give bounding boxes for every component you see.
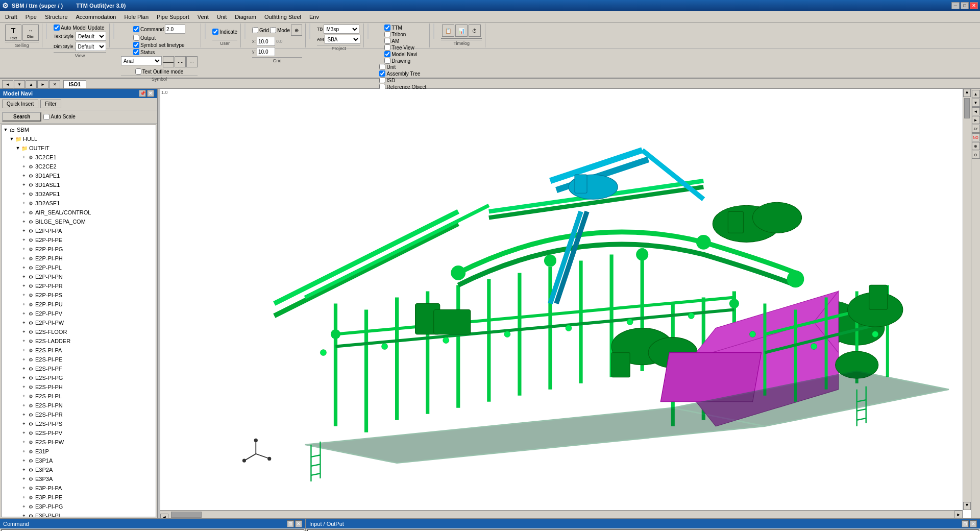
vp-up-btn[interactable]: ▲ xyxy=(26,80,37,88)
mini-btn-4[interactable]: ► xyxy=(972,116,980,124)
grid-mode-btn[interactable]: ⊕ xyxy=(291,25,302,36)
viewport[interactable]: 1.0 xyxy=(160,89,971,518)
dim-tool-button[interactable]: ↔ Dim xyxy=(22,25,39,41)
vp-right-btn[interactable]: ► xyxy=(37,80,48,88)
tree-item-e2p_pi_pe[interactable]: + ⚙ E2P-PI-PE xyxy=(2,235,156,245)
line-style-btn3[interactable]: ··· xyxy=(186,56,198,67)
y-input[interactable] xyxy=(257,47,275,56)
tree-item-e2s_pi_pw[interactable]: + ⚙ E2S-PI-PW xyxy=(2,438,156,447)
command-resize-btn[interactable]: ⊞ xyxy=(287,520,294,527)
tree-toggle-e2p_pi_pe[interactable]: + xyxy=(21,237,27,243)
output-checkbox[interactable]: Output xyxy=(133,35,185,41)
tree-toggle-e2s_pi_pa[interactable]: + xyxy=(21,347,27,353)
tree-toggle-e2s_pi_pe[interactable]: + xyxy=(21,356,27,363)
tree-item-e2s_pi_pe[interactable]: + ⚙ E2S-PI-PE xyxy=(2,355,156,364)
ttm-checkbox[interactable]: TTM xyxy=(384,25,417,31)
tribon-checkbox[interactable]: Tribon xyxy=(384,31,417,37)
tree-toggle-e2p_pi_pg[interactable]: + xyxy=(21,246,27,252)
menu-outfitting-steel[interactable]: Outfitting Steel xyxy=(260,13,305,21)
panel-pin-btn[interactable]: 📌 xyxy=(139,90,146,97)
tree-item-3c2ce2[interactable]: + ⚙ 3C2CE2 xyxy=(2,162,156,171)
tree-item-e2p_pi_pl[interactable]: + ⚙ E2P-PI-PL xyxy=(2,263,156,272)
tree-item-e2s_pi_pl[interactable]: + ⚙ E2S-PI-PL xyxy=(2,392,156,401)
command-input[interactable] xyxy=(165,25,185,34)
tree-item-e2s_ladder[interactable]: + ⚙ E2S-LADDER xyxy=(2,336,156,346)
tree-item-sbm[interactable]: ▼ 🗂 SBM xyxy=(2,125,156,134)
filter-button[interactable]: Filter xyxy=(40,100,61,108)
tree-item-e2p_pi_pr[interactable]: + ⚙ E2P-PI-PR xyxy=(2,281,156,291)
tree-toggle-e2s_pi_pv[interactable]: + xyxy=(21,430,27,436)
tree-item-e3p_pl_pg[interactable]: + ⚙ E3P-PI-PG xyxy=(2,502,156,511)
indicate-checkbox[interactable]: Indicate xyxy=(212,29,237,35)
tree-item-hull[interactable]: ▼ 📁 HULL xyxy=(2,134,156,143)
timelog-input[interactable] xyxy=(441,38,482,39)
tree-item-e2p_pi_pg[interactable]: + ⚙ E2P-PI-PG xyxy=(2,245,156,254)
menu-diagram[interactable]: Diagram xyxy=(231,13,260,21)
tree-item-air_seal[interactable]: + ⚙ AIR_SEAL/CONTROL xyxy=(2,208,156,217)
tree-toggle-outfit[interactable]: ▼ xyxy=(15,145,21,151)
tree-toggle-e3p_pl_pl[interactable]: + xyxy=(21,513,27,517)
tree-item-3c2ce1[interactable]: + ⚙ 3C2CE1 xyxy=(2,153,156,162)
dim-style-select[interactable]: Default xyxy=(76,42,106,51)
tree-item-e31p[interactable]: + ⚙ E31P xyxy=(2,447,156,456)
menu-pipe[interactable]: Pipe xyxy=(21,13,41,21)
tree-toggle-e2s_pi_ph[interactable]: + xyxy=(21,384,27,390)
am-select[interactable]: SBA xyxy=(325,35,360,44)
tree-toggle-3c2ce2[interactable]: + xyxy=(21,163,27,170)
io-resize-btn[interactable]: ⊞ xyxy=(962,520,969,527)
tree-item-e2s_pi_pr[interactable]: + ⚙ E2S-PI-PR xyxy=(2,410,156,419)
tree-item-e2p_pi_pn[interactable]: + ⚙ E2P-PI-PN xyxy=(2,272,156,281)
tree-toggle-e2p_pi_pl[interactable]: + xyxy=(21,264,27,271)
tree-toggle-e2s_pi_pr[interactable]: + xyxy=(21,412,27,418)
timelog-btn1[interactable]: 📋 xyxy=(442,25,454,37)
scroll-thumb-h[interactable] xyxy=(171,512,202,518)
font-select[interactable]: Arial xyxy=(121,56,162,65)
close-button[interactable]: ✕ xyxy=(970,2,978,9)
menu-accommodation[interactable]: Accommodation xyxy=(72,13,120,21)
menu-env[interactable]: Env xyxy=(305,13,323,21)
tree-toggle-e3p1a[interactable]: + xyxy=(21,457,27,464)
tree-toggle-e2p_pi_ph[interactable]: + xyxy=(21,255,27,261)
tree-toggle-e2s_floor[interactable]: + xyxy=(21,329,27,335)
tree-item-e3p1a[interactable]: + ⚙ E3P1A xyxy=(2,456,156,465)
tree-toggle-e2p_pi_pv[interactable]: + xyxy=(21,310,27,317)
tree-toggle-e2s_pi_pf[interactable]: + xyxy=(21,366,27,372)
tree-toggle-e3p2a[interactable]: + xyxy=(21,467,27,473)
tree-toggle-e2s_ladder[interactable]: + xyxy=(21,338,27,344)
tree-toggle-e3p_pl_pe[interactable]: + xyxy=(21,494,27,500)
scroll-thumb-v[interactable] xyxy=(964,98,970,118)
tree-toggle-sbm[interactable]: ▼ xyxy=(3,127,9,133)
text-outline-checkbox[interactable]: Text Outline mode xyxy=(135,68,184,75)
tree-item-e2s_pi_ph[interactable]: + ⚙ E2S-PI-PH xyxy=(2,382,156,392)
menu-hole-plan[interactable]: Hole Plan xyxy=(120,13,153,21)
menu-unit[interactable]: Unit xyxy=(213,13,231,21)
mini-btn-2[interactable]: ▼ xyxy=(972,99,980,107)
timelog-btn2[interactable]: 📊 xyxy=(455,25,468,37)
tree-toggle-3d2ase1[interactable]: + xyxy=(21,200,27,206)
viewport-scrollbar-v[interactable]: ▲ ▼ xyxy=(963,89,971,510)
tree-item-e2s_floor[interactable]: + ⚙ E2S-FLOOR xyxy=(2,327,156,336)
tree-toggle-e2p_pi_pr[interactable]: + xyxy=(21,283,27,289)
mini-btn-3[interactable]: ◄ xyxy=(972,107,980,115)
tree-view-checkbox[interactable]: Tree View xyxy=(384,44,417,51)
text-style-select[interactable]: Default xyxy=(76,32,106,41)
tree-toggle-3c2ce1[interactable]: + xyxy=(21,154,27,160)
minimize-button[interactable]: ─ xyxy=(951,2,960,9)
tree-item-e3p2a[interactable]: + ⚙ E3P2A xyxy=(2,465,156,474)
tree-item-bilge[interactable]: + ⚙ BILGE_SEPA_COM xyxy=(2,217,156,226)
mini-btn-5[interactable]: SY xyxy=(972,125,980,133)
menu-pipe-support[interactable]: Pipe Support xyxy=(153,13,193,21)
tree-item-e2p_pi_pv[interactable]: + ⚙ E2P-PI-PV xyxy=(2,309,156,318)
command-close-btn[interactable]: ✕ xyxy=(295,520,302,527)
search-button[interactable]: Search xyxy=(2,112,41,122)
unit-checkbox[interactable]: Unit xyxy=(379,64,426,70)
am-checkbox[interactable]: AM xyxy=(384,38,417,44)
mini-btn-1[interactable]: ▲ xyxy=(972,90,980,98)
tree-toggle-e2s_pi_ps[interactable]: + xyxy=(21,421,27,427)
tree-toggle-e2p_pi_ps[interactable]: + xyxy=(21,292,27,298)
tree-toggle-e2p_pi_pw[interactable]: + xyxy=(21,320,27,326)
mini-btn-6[interactable]: NO xyxy=(972,133,980,141)
tree-item-e3p_pl_pa[interactable]: + ⚙ E3P-PI-PA xyxy=(2,484,156,493)
tree-toggle-e2p_pi_pn[interactable]: + xyxy=(21,274,27,280)
tree-item-e2s_pi_pa[interactable]: + ⚙ E2S-PI-PA xyxy=(2,346,156,355)
